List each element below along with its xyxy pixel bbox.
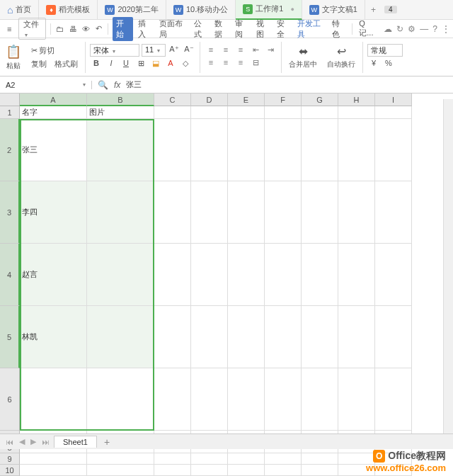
cell-H6[interactable] [338, 368, 375, 431]
cell-E2[interactable] [228, 119, 265, 181]
cell-D5[interactable] [191, 306, 228, 368]
sheet-nav-last[interactable]: ⏭ [40, 438, 51, 446]
cell-B6[interactable] [87, 368, 154, 431]
cell-D3[interactable] [191, 181, 228, 244]
settings-icon[interactable]: ⚙ [408, 24, 415, 34]
cell-F1[interactable] [265, 106, 302, 119]
cell-D4[interactable] [191, 244, 228, 306]
cell-D6[interactable] [191, 368, 228, 431]
help-icon[interactable]: ? [432, 24, 437, 34]
tab-special[interactable]: 特色 [330, 17, 348, 41]
cell-D9[interactable] [191, 453, 228, 465]
row-header-3[interactable]: 3 [0, 181, 20, 244]
cell-I6[interactable] [375, 368, 412, 431]
row-header-9[interactable]: 9 [0, 453, 20, 465]
tab-security[interactable]: 安全 [275, 17, 292, 41]
app-menu-button[interactable]: ≡ [3, 23, 16, 35]
cell-B5[interactable] [87, 306, 154, 368]
cell-B9[interactable] [87, 453, 154, 465]
cell-G9[interactable] [302, 453, 338, 465]
indent-dec-button[interactable]: ⇤ [249, 45, 262, 57]
cell-A3[interactable]: 李四 [20, 181, 87, 244]
save-icon[interactable]: 🗀 [55, 25, 65, 33]
cell-B3[interactable] [87, 181, 154, 244]
col-header-E[interactable]: E [228, 94, 265, 106]
cell-G5[interactable] [302, 306, 338, 368]
cell-E1[interactable] [228, 106, 265, 119]
align-bot-button[interactable]: ≡ [234, 45, 247, 57]
cell-A1[interactable]: 名字 [20, 106, 87, 119]
print-icon[interactable]: 🖶 [68, 25, 78, 33]
cell-E9[interactable] [228, 453, 265, 465]
sheet-nav-next[interactable]: ▶ [29, 437, 38, 446]
col-header-H[interactable]: H [338, 94, 375, 106]
align-center-button[interactable]: ≡ [219, 58, 232, 69]
row-header-4[interactable]: 4 [0, 244, 20, 306]
cell-F9[interactable] [265, 453, 302, 465]
cell-G10[interactable] [302, 465, 338, 476]
col-header-A[interactable]: A [20, 94, 87, 106]
tab-layout[interactable]: 页面布局 [157, 17, 189, 41]
cell-A9[interactable] [20, 453, 87, 465]
clear-format-button[interactable]: ◇ [179, 58, 192, 71]
align-left-button[interactable]: ≡ [205, 58, 217, 69]
font-select[interactable]: 宋体 ▾ [90, 44, 139, 57]
cloud-icon[interactable]: ☁ [384, 24, 392, 34]
align-top-button[interactable]: ≡ [205, 45, 217, 57]
vertical-scrollbar[interactable] [443, 99, 453, 434]
cell-I4[interactable] [375, 244, 412, 306]
sheet-tab-1[interactable]: Sheet1 [54, 436, 97, 448]
cell-I3[interactable] [375, 181, 412, 244]
cell-D2[interactable] [191, 119, 228, 181]
grid[interactable]: 名字图片张三李四赵言林凯 [20, 106, 453, 476]
indent-inc-button[interactable]: ⇥ [264, 45, 277, 57]
cell-B10[interactable] [87, 465, 154, 476]
align-mid-button[interactable]: ≡ [219, 45, 232, 57]
tab-count[interactable]: 4 [384, 6, 397, 13]
col-header-D[interactable]: D [191, 94, 228, 106]
cell-G1[interactable] [302, 106, 338, 119]
copy-button[interactable]: 复制 [28, 58, 50, 70]
cell-H2[interactable] [338, 119, 375, 181]
tab-templates[interactable]: ♦稻壳模板 [39, 0, 98, 20]
name-box[interactable]: A2▾ [0, 81, 92, 89]
cell-H3[interactable] [338, 181, 375, 244]
increase-font-button[interactable]: A⁺ [168, 44, 180, 57]
preview-icon[interactable]: 👁 [81, 25, 91, 33]
cell-C3[interactable] [154, 181, 191, 244]
col-header-C[interactable]: C [154, 94, 191, 106]
cell-H4[interactable] [338, 244, 375, 306]
cell-E3[interactable] [228, 181, 265, 244]
cell-B1[interactable]: 图片 [87, 106, 154, 119]
cell-D10[interactable] [191, 465, 228, 476]
cell-C10[interactable] [154, 465, 191, 476]
cell-D1[interactable] [191, 106, 228, 119]
cell-G2[interactable] [302, 119, 338, 181]
font-color-button[interactable]: A [164, 58, 177, 71]
cut-button[interactable]: ✂ 剪切 [28, 45, 81, 57]
col-header-I[interactable]: I [375, 94, 412, 106]
cell-F2[interactable] [265, 119, 302, 181]
cell-E10[interactable] [228, 465, 265, 476]
number-format-select[interactable]: 常规 [367, 44, 403, 57]
row-header-1[interactable]: 1 [0, 106, 20, 119]
zoom-icon[interactable]: 🔍 [98, 80, 108, 90]
cell-A10[interactable] [20, 465, 87, 476]
row-header-2[interactable]: 2 [0, 119, 20, 181]
cell-F10[interactable] [265, 465, 302, 476]
sync-icon[interactable]: ↻ [396, 24, 403, 34]
cell-C9[interactable] [154, 453, 191, 465]
underline-button[interactable]: U [120, 58, 132, 71]
row-header-10[interactable]: 10 [0, 465, 20, 476]
add-sheet-button[interactable]: + [100, 436, 114, 448]
cell-F3[interactable] [265, 181, 302, 244]
undo-icon[interactable]: ↶ [93, 24, 103, 33]
tab-dev[interactable]: 开发工具 [295, 17, 327, 41]
col-header-G[interactable]: G [302, 94, 338, 106]
cell-A4[interactable]: 赵言 [20, 244, 87, 306]
col-header-F[interactable]: F [265, 94, 302, 106]
fx-label[interactable]: fx [114, 80, 120, 90]
tab-insert[interactable]: 插入 [136, 17, 154, 41]
cell-A6[interactable] [20, 368, 87, 431]
cell-I5[interactable] [375, 306, 412, 368]
